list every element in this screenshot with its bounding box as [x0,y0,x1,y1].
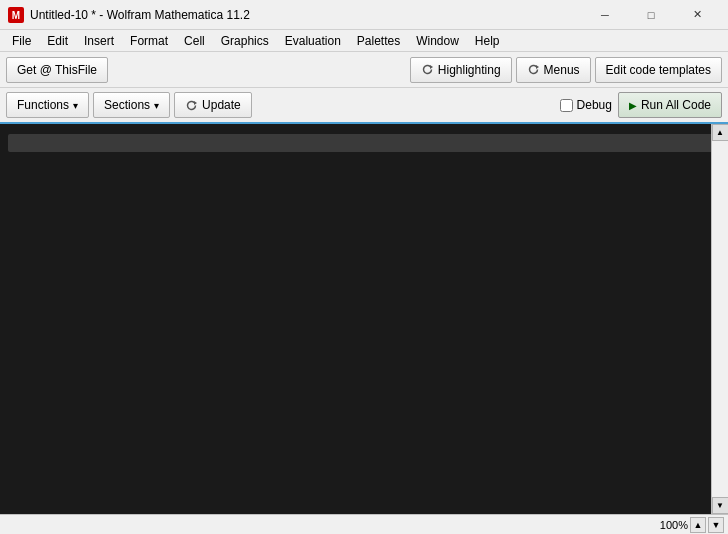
menu-evaluation[interactable]: Evaluation [277,30,349,51]
highlighting-button[interactable]: Highlighting [410,57,512,83]
get-thisfile-label: Get @ ThisFile [17,63,97,77]
svg-marker-4 [194,101,197,105]
menu-bar: File Edit Insert Format Cell Graphics Ev… [0,30,728,52]
toolbar-1: Get @ ThisFile Highlighting Menus Edit c… [0,52,728,88]
menu-graphics[interactable]: Graphics [213,30,277,51]
highlighting-label: Highlighting [438,63,501,77]
zoom-area: 100% ▲ ▼ [660,517,724,533]
edit-code-templates-button[interactable]: Edit code templates [595,57,722,83]
toolbar-2: Functions Sections Update Debug ▶ Run Al… [0,88,728,124]
maximize-button[interactable]: □ [628,0,674,30]
sections-label: Sections [104,98,150,112]
debug-checkbox[interactable] [560,99,573,112]
svg-marker-3 [536,65,539,69]
zoom-level: 100% [660,519,688,531]
run-all-code-label: Run All Code [641,98,711,112]
functions-button[interactable]: Functions [6,92,89,118]
refresh-icon-2 [527,63,540,76]
main-content-area: ▲ ▼ [0,124,728,514]
content-header-bar [8,134,720,152]
zoom-down-button[interactable]: ▼ [708,517,724,533]
update-icon [185,99,198,112]
menus-label: Menus [544,63,580,77]
menu-window[interactable]: Window [408,30,467,51]
scroll-down-button[interactable]: ▼ [712,497,729,514]
zoom-up-button[interactable]: ▲ [690,517,706,533]
run-all-code-button[interactable]: ▶ Run All Code [618,92,722,118]
update-label: Update [202,98,241,112]
refresh-icon [421,63,434,76]
menu-palettes[interactable]: Palettes [349,30,408,51]
toolbar2-right: Debug ▶ Run All Code [560,92,722,118]
run-arrow-icon: ▶ [629,100,637,111]
menu-insert[interactable]: Insert [76,30,122,51]
window-controls: ─ □ ✕ [582,0,720,30]
window-title: Untitled-10 * - Wolfram Mathematica 11.2 [30,8,582,22]
get-thisfile-button[interactable]: Get @ ThisFile [6,57,108,83]
title-bar: M Untitled-10 * - Wolfram Mathematica 11… [0,0,728,30]
sections-button[interactable]: Sections [93,92,170,118]
menu-edit[interactable]: Edit [39,30,76,51]
status-bar: 100% ▲ ▼ [0,514,728,534]
svg-marker-2 [430,65,433,69]
menu-cell[interactable]: Cell [176,30,213,51]
edit-code-templates-label: Edit code templates [606,63,711,77]
app-icon: M [8,7,24,23]
menu-format[interactable]: Format [122,30,176,51]
menus-button[interactable]: Menus [516,57,591,83]
update-button[interactable]: Update [174,92,252,118]
svg-text:M: M [12,10,20,21]
scroll-track[interactable] [712,141,728,497]
debug-area: Debug [560,98,612,112]
menu-file[interactable]: File [4,30,39,51]
vertical-scrollbar[interactable]: ▲ ▼ [711,124,728,514]
scroll-up-button[interactable]: ▲ [712,124,729,141]
close-button[interactable]: ✕ [674,0,720,30]
minimize-button[interactable]: ─ [582,0,628,30]
debug-label: Debug [577,98,612,112]
functions-label: Functions [17,98,69,112]
menu-help[interactable]: Help [467,30,508,51]
